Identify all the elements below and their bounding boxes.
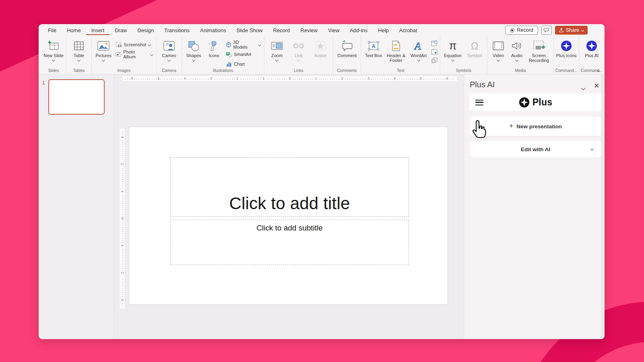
subtitle-placeholder[interactable]: Click to add subtitle (170, 220, 409, 265)
group-label-text: Text (361, 68, 440, 73)
header-footer-icon (391, 39, 401, 52)
menu-view[interactable]: View (323, 25, 345, 35)
pane-scrollbar-gutter[interactable] (601, 74, 605, 339)
new-slide-icon (47, 39, 60, 52)
plus-icons-icon (560, 39, 572, 52)
screen-recording-label: Screen Recording (526, 53, 552, 63)
ribbon-group-images: Pictures Screenshot Photo Album Images (92, 36, 157, 74)
chart-icon (226, 61, 232, 67)
date-time-button[interactable] (430, 40, 438, 47)
record-button[interactable]: Record (505, 26, 538, 35)
plus-ai-label: Plus AI (585, 53, 599, 58)
menu-help[interactable]: Help (373, 25, 394, 35)
menu-slide-show[interactable]: Slide Show (231, 25, 268, 35)
ribbon-group-camera: P Cameo Camera (157, 36, 182, 74)
shapes-button[interactable]: Shapes (184, 37, 204, 61)
audio-icon (511, 39, 522, 52)
header-footer-button[interactable]: Header & Footer (384, 37, 408, 63)
share-button[interactable]: Share (555, 26, 588, 35)
video-icon (492, 39, 504, 52)
slide-thumbnail-panel: 1 (39, 74, 114, 339)
text-box-button[interactable]: A Text Box (363, 37, 384, 58)
ribbon-group-media: Video Audio Screen Recording Media (487, 36, 554, 74)
slide-1-thumbnail[interactable] (48, 79, 105, 115)
link-chevron (297, 58, 300, 62)
symbol-label: Symbol (467, 53, 482, 58)
group-label-command-2: Command... (579, 68, 604, 73)
hand-cursor (471, 119, 489, 142)
slide-number-button[interactable] (430, 48, 438, 56)
cameo-button[interactable]: P Cameo (158, 37, 180, 61)
insert-object-icon (431, 58, 438, 63)
photo-album-button[interactable]: Photo Album (114, 49, 155, 59)
menu-design[interactable]: Design (132, 25, 159, 35)
comment-button[interactable]: Comment (335, 37, 359, 58)
audio-button[interactable]: Audio (508, 37, 526, 61)
pictures-icon (97, 39, 110, 52)
ribbon-insert-tab: New Slide Slides Table Tables Pictures (39, 36, 605, 74)
plus-brand: Plus (470, 97, 601, 108)
pictures-chevron (102, 58, 105, 62)
menu-insert[interactable]: Insert (86, 25, 110, 35)
comment-label: Comment (337, 53, 357, 58)
shapes-chevron (192, 58, 195, 62)
menu-review[interactable]: Review (295, 25, 323, 35)
action-button-disabled: Action (310, 37, 331, 58)
screenshot-button[interactable]: Screenshot (114, 40, 155, 49)
group-label-links: Links (264, 68, 333, 73)
plus-icons-button[interactable]: Plus Icons (555, 37, 577, 58)
subtitle-placeholder-text: Click to add subtitle (256, 224, 323, 232)
plus-ai-button[interactable]: Plus AI (581, 37, 603, 58)
group-label-comments: Comments (333, 68, 361, 73)
smartart-button[interactable]: SmartArt (224, 49, 262, 59)
menu-home[interactable]: Home (62, 25, 86, 35)
3d-models-icon (226, 42, 231, 48)
wordart-button[interactable]: A WordArt (408, 37, 429, 61)
screenshot-icon (116, 42, 122, 47)
ribbon-group-symbols: π Equation Ω Symbol Symbols (440, 36, 487, 74)
zoom-button[interactable]: Zoom (266, 37, 288, 61)
3d-models-button[interactable]: 3D Models (224, 40, 262, 49)
screen-recording-button[interactable]: Screen Recording (526, 37, 552, 63)
chevron-down-icon (581, 86, 585, 90)
symbol-button-disabled: Ω Symbol (464, 37, 485, 58)
video-button[interactable]: Video (489, 37, 508, 61)
slide-number-icon (431, 49, 438, 55)
ribbon-group-plus-icons: Plus Icons Command... (554, 36, 579, 74)
table-button[interactable]: Table (68, 37, 90, 61)
pictures-label: Pictures (95, 53, 111, 58)
group-label-symbols: Symbols (440, 68, 487, 73)
new-presentation-button[interactable]: + New presentation (470, 117, 601, 136)
comments-button[interactable] (541, 26, 552, 35)
title-placeholder[interactable]: Click to add title (170, 157, 409, 217)
date-time-icon (431, 40, 438, 47)
menu-draw[interactable]: Draw (109, 25, 132, 35)
icons-button[interactable]: Icons (204, 37, 224, 58)
plus-ai-pane: Plus AI ✕ Plus + New presentation Edit w… (464, 74, 605, 339)
equation-button[interactable]: π Equation (442, 37, 464, 61)
wordart-icon: A (413, 39, 424, 52)
edit-with-ai-button[interactable]: Edit with AI (470, 141, 601, 158)
svg-text:A: A (372, 43, 376, 49)
menu-animations[interactable]: Animations (195, 25, 231, 35)
chart-button[interactable]: Chart (224, 59, 262, 69)
menu-record[interactable]: Record (268, 25, 295, 35)
menu-transitions[interactable]: Transitions (159, 25, 195, 35)
menu-add-ins[interactable]: Add-ins (345, 25, 373, 35)
new-slide-button[interactable]: New Slide (43, 37, 64, 61)
menu-file[interactable]: File (43, 25, 62, 35)
pane-collapse-button[interactable] (582, 84, 585, 91)
screenshot-chevron (148, 43, 151, 46)
svg-text:P: P (166, 43, 169, 47)
menu-acrobat[interactable]: Acrobat (394, 25, 423, 35)
slide-editing-surface: Click to add title Click to add subtitle (129, 127, 448, 305)
group-label-camera: Camera (157, 68, 182, 73)
group-label-illustrations: Illustrations (182, 68, 264, 73)
ribbon-group-illustrations: Shapes Icons 3D Models SmartArt (182, 36, 264, 74)
insert-object-button[interactable] (430, 57, 438, 64)
pane-close-button[interactable]: ✕ (594, 82, 599, 90)
record-icon (510, 28, 514, 33)
hamburger-menu-icon[interactable] (475, 100, 483, 105)
3d-models-chevron (258, 43, 261, 46)
pictures-button[interactable]: Pictures (93, 37, 114, 61)
